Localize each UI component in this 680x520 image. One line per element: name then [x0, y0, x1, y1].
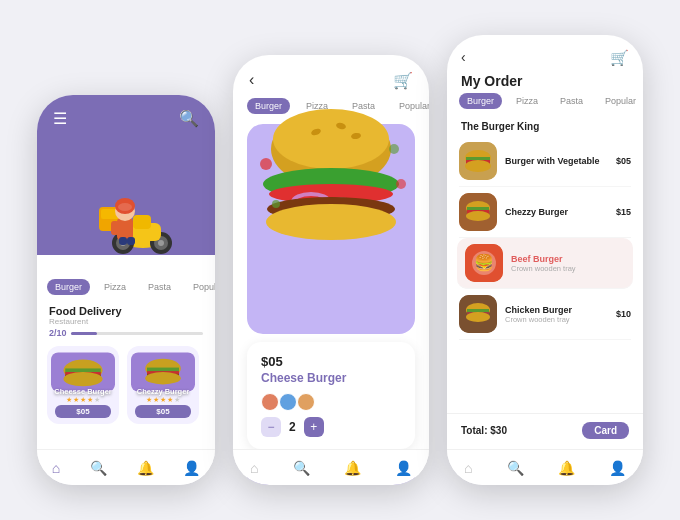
nav-bell[interactable]: 🔔 [137, 460, 154, 476]
tab-pizza[interactable]: Pizza [96, 279, 134, 295]
svg-point-44 [389, 144, 399, 154]
scene: ☰ 🔍 [27, 25, 653, 495]
qty-row: − 2 + [261, 417, 401, 437]
order-item-info-4: Chicken Burger Crown wooden tray [505, 305, 608, 324]
cart-icon[interactable]: 🛒 [393, 71, 413, 90]
phone3: ‹ 🛒 My Order Burger Pizza Pasta Popular … [447, 35, 643, 485]
tab-burger[interactable]: Burger [47, 279, 90, 295]
cart-icon-3[interactable]: 🛒 [610, 49, 629, 67]
qty-increase[interactable]: + [304, 417, 324, 437]
phone1-tabs: Burger Pizza Pasta Popular [37, 265, 215, 301]
svg-point-14 [118, 203, 132, 211]
nav2-home[interactable]: ⌂ [250, 460, 258, 476]
food-card-name-1: Cheesse Burger [51, 387, 115, 396]
order-item-name-1: Burger with Vegetable [505, 156, 608, 166]
svg-rect-11 [117, 218, 133, 240]
svg-point-49 [465, 160, 491, 172]
order-list: Burger with Vegetable $05 Chezzy Burge [447, 136, 643, 340]
svg-point-41 [260, 158, 272, 170]
order-item-info-3: Beef Burger Crown wooden tray [511, 254, 625, 273]
svg-point-62 [466, 312, 490, 322]
tab3-pizza[interactable]: Pizza [508, 93, 546, 109]
tab-pasta[interactable]: Pasta [140, 279, 179, 295]
detail-item-name: Cheese Burger [261, 371, 401, 385]
phone1-header-icons: ☰ 🔍 [37, 95, 215, 128]
total-row: Total: $30 Card [461, 422, 629, 439]
tab3-popular[interactable]: Popular [597, 93, 643, 109]
phone3-tabs: Burger Pizza Pasta Popular [447, 93, 643, 117]
food-title: Food Delivery [49, 305, 203, 317]
phone3-nav: ⌂ 🔍 🔔 👤 [447, 449, 643, 485]
svg-point-6 [158, 240, 164, 246]
progress-row: 2/10 [37, 326, 215, 342]
order-item-4: Chicken Burger Crown wooden tray $10 [459, 289, 631, 340]
nav2-profile[interactable]: 👤 [395, 460, 412, 476]
tab3-pasta[interactable]: Pasta [552, 93, 591, 109]
order-item-img-4 [459, 295, 497, 333]
svg-point-43 [272, 200, 280, 208]
order-item-name-4: Chicken Burger [505, 305, 608, 315]
food-price-1[interactable]: $05 [55, 405, 111, 418]
svg-point-23 [63, 372, 102, 386]
food-card-name-2: Chezzy Burger [131, 387, 195, 396]
tab3-burger[interactable]: Burger [459, 93, 502, 109]
order-item-img-1 [459, 142, 497, 180]
restaurant-name: The Burger King [447, 117, 643, 136]
svg-point-29 [145, 372, 181, 384]
nav3-home[interactable]: ⌂ [464, 460, 472, 476]
avatar3 [297, 393, 315, 411]
order-item-1: Burger with Vegetable $05 [459, 136, 631, 187]
svg-rect-16 [119, 237, 127, 245]
svg-rect-8 [133, 215, 151, 229]
food-price-2[interactable]: $05 [135, 405, 191, 418]
order-title: My Order [461, 73, 629, 89]
order-item-price-2: $15 [616, 207, 631, 217]
order-item-price-4: $10 [616, 309, 631, 319]
phone1-nav: ⌂ 🔍 🔔 👤 [37, 449, 215, 485]
nav3-bell[interactable]: 🔔 [558, 460, 575, 476]
progress-fraction: 2/10 [49, 328, 67, 338]
card-button[interactable]: Card [582, 422, 629, 439]
total-label: Total: $30 [461, 425, 507, 436]
burger-detail-area [247, 124, 415, 334]
order-item-name-3: Beef Burger [511, 254, 625, 264]
food-sub: Restaurent [49, 317, 203, 326]
nav2-search[interactable]: 🔍 [293, 460, 310, 476]
phone2-info-card: $05 Cheese Burger − 2 + [247, 342, 415, 449]
qty-decrease[interactable]: − [261, 417, 281, 437]
phone3-header: ‹ 🛒 [447, 35, 643, 73]
nav3-profile[interactable]: 👤 [609, 460, 626, 476]
order-item-3: 🍔 Beef Burger Crown wooden tray [457, 238, 633, 289]
search-icon[interactable]: 🔍 [179, 109, 199, 128]
svg-text:🍔: 🍔 [474, 253, 494, 272]
svg-point-42 [396, 179, 406, 189]
phone2: ‹ 🛒 Burger Pizza Pasta Popular [233, 55, 429, 485]
svg-point-54 [466, 211, 490, 221]
phone1: ☰ 🔍 [37, 95, 215, 485]
avatar1 [261, 393, 279, 411]
nav-home[interactable]: ⌂ [52, 460, 60, 476]
avatar-row [261, 393, 401, 411]
phone1-header: ☰ 🔍 [37, 95, 215, 255]
nav3-search[interactable]: 🔍 [507, 460, 524, 476]
tab-popular[interactable]: Popular [185, 279, 215, 295]
order-item-name-2: Chezzy Burger [505, 207, 608, 217]
progress-fill [71, 332, 97, 335]
back-button[interactable]: ‹ [249, 71, 254, 90]
food-card-2[interactable]: Chezzy Burger ★ ★ ★ ★ ★ $05 [127, 346, 199, 424]
nav-search[interactable]: 🔍 [90, 460, 107, 476]
nav2-bell[interactable]: 🔔 [344, 460, 361, 476]
svg-point-40 [266, 204, 396, 240]
phone2-nav: ⌂ 🔍 🔔 👤 [233, 449, 429, 485]
back-button-3[interactable]: ‹ [461, 49, 466, 67]
order-item-img-3: 🍔 [465, 244, 503, 282]
order-item-2: Chezzy Burger $15 [459, 187, 631, 238]
food-card-1[interactable]: Cheesse Burger ★ ★ ★ ★ ★ $05 [47, 346, 119, 424]
order-item-info-1: Burger with Vegetable [505, 156, 608, 166]
hamburger-icon[interactable]: ☰ [53, 109, 67, 128]
order-item-price-1: $05 [616, 156, 631, 166]
avatar2 [279, 393, 297, 411]
svg-point-31 [273, 109, 389, 169]
nav-profile[interactable]: 👤 [183, 460, 200, 476]
order-item-sub-3: Crown wooden tray [511, 264, 625, 273]
